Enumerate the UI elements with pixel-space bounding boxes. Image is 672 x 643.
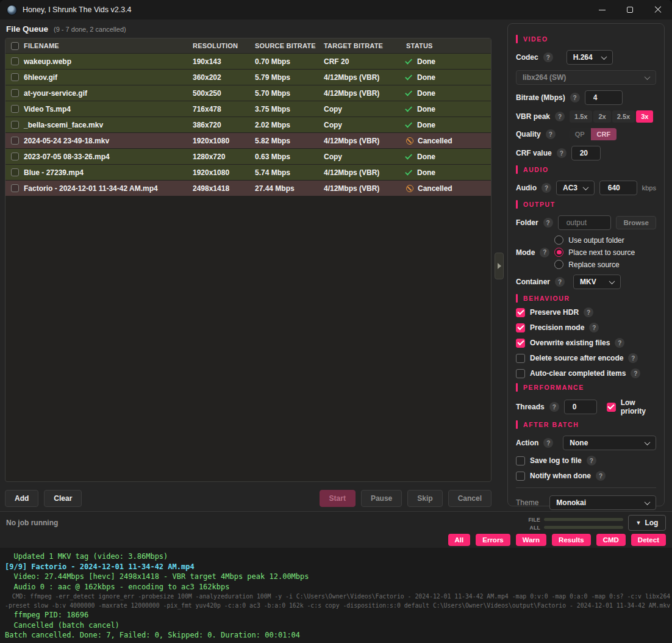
- browse-button[interactable]: Browse: [616, 216, 656, 229]
- add-button[interactable]: Add: [5, 490, 38, 507]
- crf-value-input[interactable]: [571, 146, 601, 160]
- check-delete-source[interactable]: Delete source after encode ?: [516, 353, 656, 363]
- container-select[interactable]: MKV: [573, 275, 621, 289]
- column-header-source-bitrate: SOURCE BITRATE: [255, 42, 324, 49]
- audio-codec-select[interactable]: AC3: [556, 181, 595, 195]
- pause-button[interactable]: Pause: [361, 490, 402, 507]
- table-row[interactable]: 2023-07-05 08-33-26.mp4 1280x720 0.63 Mb…: [5, 149, 491, 164]
- row-checkbox[interactable]: [11, 153, 19, 160]
- window-controls: [588, 0, 672, 20]
- codec-select[interactable]: H.264: [567, 50, 613, 65]
- all-progress-label: ALL: [524, 525, 540, 531]
- help-icon[interactable]: ?: [570, 93, 580, 102]
- help-icon[interactable]: ?: [628, 353, 638, 363]
- cell-target-bitrate: 4/12Mbps (VBR): [324, 73, 406, 82]
- maximize-button[interactable]: [616, 0, 644, 20]
- status-badge: Done: [417, 168, 435, 177]
- bitrate-label: Bitrate (Mbps): [516, 93, 565, 102]
- help-icon[interactable]: ?: [557, 148, 567, 158]
- help-icon[interactable]: ?: [542, 183, 551, 193]
- help-icon[interactable]: ?: [631, 368, 640, 378]
- select-all-checkbox[interactable]: [11, 42, 19, 50]
- cancel-button[interactable]: Cancel: [448, 490, 491, 507]
- vbr-option[interactable]: 2x: [593, 110, 610, 123]
- action-select[interactable]: None: [563, 436, 656, 450]
- check-preserve-hdr[interactable]: Preserve HDR ?: [516, 307, 656, 317]
- check-icon: [405, 120, 412, 128]
- vbr-option[interactable]: 2.5x: [612, 110, 635, 123]
- section-header-video: VIDEO: [516, 35, 656, 43]
- row-checkbox[interactable]: [11, 137, 19, 145]
- sidebar-collapse-handle[interactable]: [495, 253, 504, 279]
- cell-filename: Video Ts.mp4: [24, 105, 193, 113]
- help-icon[interactable]: ?: [589, 323, 599, 332]
- help-icon[interactable]: ?: [596, 471, 606, 481]
- help-icon[interactable]: ?: [587, 456, 596, 465]
- filter-cmd-button[interactable]: CMD: [596, 534, 626, 546]
- table-row[interactable]: 6hleov.gif 360x202 5.79 Mbps 4/12Mbps (V…: [5, 70, 491, 85]
- table-row[interactable]: wakeup.webp 190x143 0.70 Mbps CRF 20 Don…: [5, 54, 491, 69]
- skip-button[interactable]: Skip: [407, 490, 442, 507]
- mode-option-place-next-to-source[interactable]: Place next to source: [554, 248, 635, 257]
- check-notify-done[interactable]: Notify when done ?: [516, 471, 656, 481]
- filter-all-button[interactable]: All: [448, 534, 471, 546]
- row-checkbox[interactable]: [11, 121, 19, 129]
- vbr-option[interactable]: 1.5x: [570, 110, 592, 123]
- mode-option-use-output-folder[interactable]: Use output folder: [554, 235, 635, 245]
- help-icon[interactable]: ?: [543, 218, 553, 228]
- mode-option-replace-source[interactable]: Replace source: [554, 260, 635, 269]
- help-icon[interactable]: ?: [549, 402, 559, 412]
- filter-warn-button[interactable]: Warn: [516, 534, 546, 546]
- vbr-peak-segment: 1.5x 2x 2.5x 3x: [570, 110, 653, 123]
- help-icon[interactable]: ?: [540, 248, 549, 257]
- check-overwrite-existing[interactable]: Overwrite existing files ?: [516, 338, 656, 348]
- close-button[interactable]: [644, 0, 672, 20]
- cell-target-bitrate: Copy: [324, 105, 406, 113]
- row-checkbox[interactable]: [11, 168, 19, 176]
- filter-errors-button[interactable]: Errors: [476, 534, 510, 546]
- clear-button[interactable]: Clear: [44, 490, 82, 507]
- row-checkbox[interactable]: [11, 89, 19, 97]
- row-checkbox[interactable]: [11, 184, 19, 192]
- help-icon[interactable]: ?: [546, 129, 556, 139]
- bitrate-input[interactable]: [585, 90, 623, 105]
- check-precision-mode[interactable]: Precision mode ?: [516, 323, 656, 332]
- help-icon[interactable]: ?: [555, 277, 565, 287]
- app-window: Honey, I Shrunk The Vids v2.3.4 File Que…: [0, 0, 672, 643]
- check-auto-clear[interactable]: Auto-clear completed items ?: [516, 368, 656, 378]
- quality-option-qp[interactable]: QP: [569, 128, 591, 140]
- help-icon[interactable]: ?: [584, 307, 593, 317]
- check-low-priority[interactable]: Low priority: [607, 398, 656, 415]
- audio-bitrate-input[interactable]: [599, 181, 637, 195]
- table-row[interactable]: _bella-scemi_face.mkv 386x720 2.02 Mbps …: [5, 117, 491, 132]
- log-console[interactable]: Updated 1 MKV tag (video: 3.86Mbps) [9/9…: [0, 548, 672, 643]
- row-checkbox[interactable]: [11, 105, 19, 113]
- status-badge: Done: [417, 105, 435, 113]
- filter-results-button[interactable]: Results: [552, 534, 591, 546]
- help-icon[interactable]: ?: [615, 338, 624, 348]
- quality-option-crf[interactable]: CRF: [591, 128, 617, 140]
- minimize-button[interactable]: [588, 0, 616, 20]
- encoder-select[interactable]: libx264 (SW): [516, 70, 656, 85]
- table-row[interactable]: 2024-05-24 23-49-18.mkv 1920x1080 5.82 M…: [5, 133, 491, 148]
- help-icon[interactable]: ?: [555, 112, 565, 121]
- table-row[interactable]: Factorio - 2024-12-01 11-34-42 AM.mp4 24…: [5, 181, 491, 196]
- help-icon[interactable]: ?: [543, 52, 553, 62]
- start-button[interactable]: Start: [320, 490, 356, 507]
- filter-detect-button[interactable]: Detect: [631, 534, 666, 546]
- check-label: Delete source after encode: [530, 354, 623, 362]
- table-row[interactable]: Video Ts.mp4 716x478 3.75 Mbps Copy Done: [5, 101, 491, 117]
- help-icon[interactable]: ?: [543, 438, 553, 448]
- vbr-option-selected[interactable]: 3x: [636, 110, 653, 123]
- folder-input[interactable]: [558, 215, 612, 230]
- threads-input[interactable]: [564, 400, 597, 414]
- row-checkbox[interactable]: [11, 57, 19, 65]
- table-row[interactable]: at-your-service.gif 500x250 5.70 Mbps 4/…: [5, 85, 491, 101]
- theme-select[interactable]: Monokai: [549, 495, 656, 510]
- check-save-log[interactable]: Save log to file ?: [516, 456, 656, 465]
- check-label: Overwrite existing files: [530, 339, 610, 347]
- row-checkbox[interactable]: [11, 73, 19, 81]
- log-toggle-button[interactable]: ▼ Log: [628, 515, 666, 531]
- container-label: Container: [516, 278, 550, 286]
- table-row[interactable]: Blue - 27239.mp4 1920x1080 5.74 Mbps 4/1…: [5, 165, 491, 180]
